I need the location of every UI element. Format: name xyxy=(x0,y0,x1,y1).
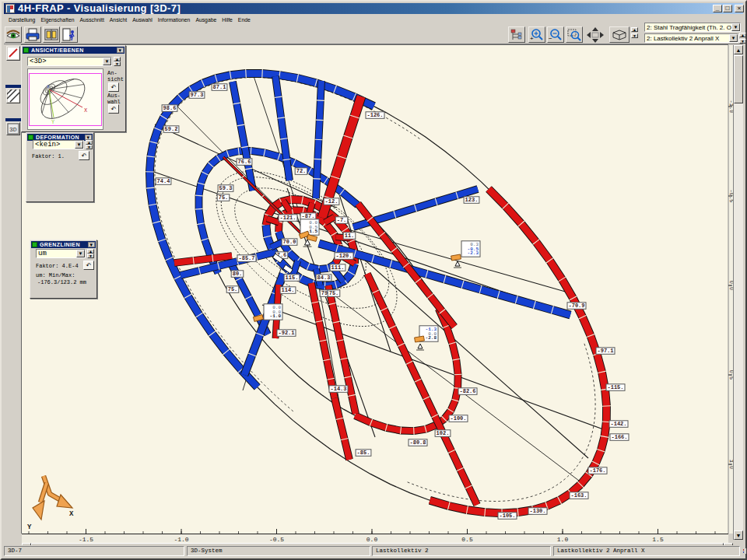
svg-text:+: + xyxy=(530,35,534,42)
svg-text:3D: 3D xyxy=(9,126,17,133)
svg-text:X: X xyxy=(84,107,88,114)
svg-text:−: − xyxy=(549,35,552,42)
svg-text:z: z xyxy=(47,84,50,89)
svg-text:Y: Y xyxy=(51,119,55,125)
